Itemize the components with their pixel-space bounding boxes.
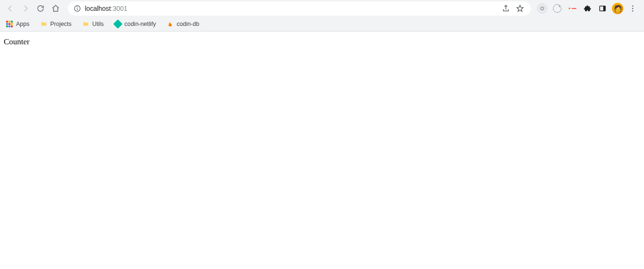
- folder-icon: [82, 20, 90, 28]
- url-text: localhost:3001: [85, 5, 127, 12]
- page-heading: Counter: [4, 37, 640, 47]
- profile-avatar[interactable]: 🧑: [612, 3, 623, 14]
- extension-2[interactable]: [552, 3, 563, 14]
- svg-point-5: [632, 5, 634, 7]
- share-icon: [502, 4, 510, 13]
- bookmark-label: Apps: [16, 21, 30, 27]
- avatar-icon: 🧑: [612, 3, 623, 14]
- bookmark-codin-netlify[interactable]: codin-netlify: [113, 19, 157, 29]
- home-icon: [51, 4, 60, 13]
- side-panel-button[interactable]: [597, 3, 608, 14]
- arrow-left-icon: [6, 4, 15, 13]
- panel-icon: [598, 4, 607, 13]
- bookmark-label: codin-db: [177, 21, 199, 27]
- bookmark-label: codin-netlify: [124, 21, 156, 27]
- share-button[interactable]: [501, 3, 511, 14]
- puzzle-icon: [583, 4, 592, 13]
- reload-button[interactable]: [34, 2, 47, 15]
- url-host: localhost: [85, 5, 111, 12]
- chrome-menu-button[interactable]: [627, 3, 638, 14]
- page-content: Counter: [0, 32, 644, 52]
- bookmark-utils[interactable]: Utils: [81, 19, 105, 29]
- home-button[interactable]: [49, 2, 62, 15]
- apps-grid-icon: [6, 20, 13, 28]
- star-icon: [516, 4, 524, 13]
- fire-icon: [166, 20, 174, 28]
- browser-navigation-row: localhost:3001 ✿ 🧑: [0, 0, 644, 17]
- diamond-icon: [114, 20, 122, 28]
- svg-point-6: [632, 8, 634, 9]
- bookmark-star-button[interactable]: [515, 3, 525, 14]
- arrow-right-icon: [21, 4, 30, 13]
- address-bar[interactable]: localhost:3001: [68, 1, 531, 16]
- url-port: :3001: [111, 5, 127, 12]
- folder-icon: [40, 20, 48, 28]
- forward-button[interactable]: [19, 2, 32, 15]
- extension-3[interactable]: [567, 3, 578, 14]
- info-icon: [74, 5, 81, 12]
- back-button[interactable]: [4, 2, 17, 15]
- bookmark-projects[interactable]: Projects: [39, 19, 73, 29]
- toolbar-right: ✿ 🧑: [537, 3, 640, 14]
- extension-1[interactable]: ✿: [537, 3, 548, 14]
- brush-icon: [566, 2, 578, 14]
- bookmark-apps[interactable]: Apps: [5, 19, 31, 29]
- bookmark-codin-db[interactable]: codin-db: [165, 19, 200, 29]
- dots-vertical-icon: [628, 4, 637, 13]
- extensions-button[interactable]: [582, 3, 593, 14]
- svg-point-2: [77, 7, 78, 8]
- bookmarks-bar: Apps Projects Utils codin-netlify codin-…: [0, 17, 644, 31]
- bookmark-label: Projects: [50, 21, 72, 27]
- svg-rect-4: [603, 6, 606, 11]
- circle-dot-icon: [553, 4, 561, 13]
- site-info-button[interactable]: [74, 5, 81, 12]
- extension-badge-icon: ✿: [537, 3, 547, 14]
- svg-point-7: [632, 10, 634, 12]
- bookmark-label: Utils: [92, 21, 104, 27]
- reload-icon: [36, 4, 45, 13]
